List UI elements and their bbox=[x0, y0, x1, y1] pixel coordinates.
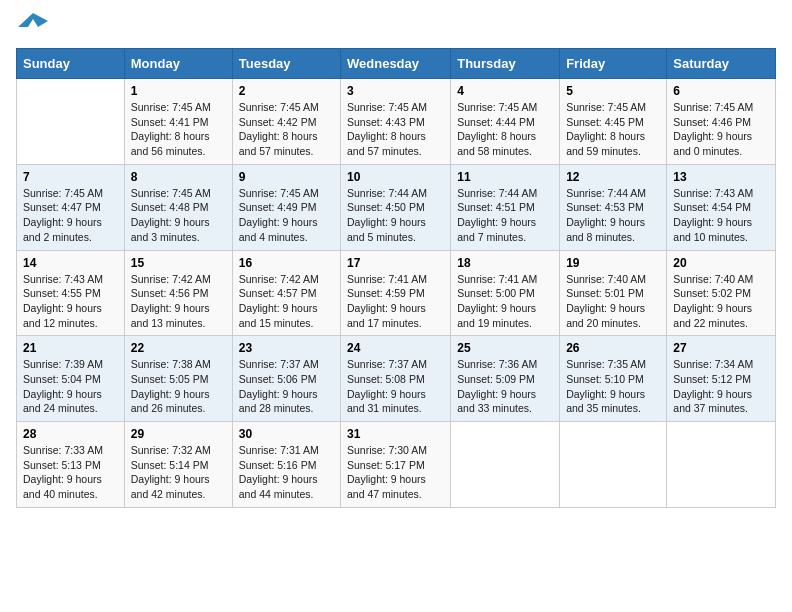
cell-content: Sunrise: 7:36 AM Sunset: 5:09 PM Dayligh… bbox=[457, 357, 553, 416]
calendar-cell: 24Sunrise: 7:37 AM Sunset: 5:08 PM Dayli… bbox=[341, 336, 451, 422]
day-number: 27 bbox=[673, 341, 769, 355]
calendar-cell: 23Sunrise: 7:37 AM Sunset: 5:06 PM Dayli… bbox=[232, 336, 340, 422]
day-number: 2 bbox=[239, 84, 334, 98]
cell-content: Sunrise: 7:35 AM Sunset: 5:10 PM Dayligh… bbox=[566, 357, 660, 416]
day-number: 26 bbox=[566, 341, 660, 355]
day-number: 25 bbox=[457, 341, 553, 355]
calendar-cell bbox=[667, 422, 776, 508]
cell-content: Sunrise: 7:45 AM Sunset: 4:45 PM Dayligh… bbox=[566, 100, 660, 159]
cell-content: Sunrise: 7:42 AM Sunset: 4:57 PM Dayligh… bbox=[239, 272, 334, 331]
day-number: 30 bbox=[239, 427, 334, 441]
column-header-thursday: Thursday bbox=[451, 49, 560, 79]
cell-content: Sunrise: 7:32 AM Sunset: 5:14 PM Dayligh… bbox=[131, 443, 226, 502]
cell-content: Sunrise: 7:43 AM Sunset: 4:54 PM Dayligh… bbox=[673, 186, 769, 245]
cell-content: Sunrise: 7:31 AM Sunset: 5:16 PM Dayligh… bbox=[239, 443, 334, 502]
cell-content: Sunrise: 7:42 AM Sunset: 4:56 PM Dayligh… bbox=[131, 272, 226, 331]
cell-content: Sunrise: 7:45 AM Sunset: 4:44 PM Dayligh… bbox=[457, 100, 553, 159]
cell-content: Sunrise: 7:44 AM Sunset: 4:51 PM Dayligh… bbox=[457, 186, 553, 245]
day-number: 14 bbox=[23, 256, 118, 270]
cell-content: Sunrise: 7:30 AM Sunset: 5:17 PM Dayligh… bbox=[347, 443, 444, 502]
cell-content: Sunrise: 7:45 AM Sunset: 4:42 PM Dayligh… bbox=[239, 100, 334, 159]
calendar-cell: 3Sunrise: 7:45 AM Sunset: 4:43 PM Daylig… bbox=[341, 79, 451, 165]
calendar-cell: 11Sunrise: 7:44 AM Sunset: 4:51 PM Dayli… bbox=[451, 164, 560, 250]
cell-content: Sunrise: 7:45 AM Sunset: 4:48 PM Dayligh… bbox=[131, 186, 226, 245]
calendar-cell bbox=[451, 422, 560, 508]
day-number: 10 bbox=[347, 170, 444, 184]
cell-content: Sunrise: 7:43 AM Sunset: 4:55 PM Dayligh… bbox=[23, 272, 118, 331]
day-number: 28 bbox=[23, 427, 118, 441]
cell-content: Sunrise: 7:45 AM Sunset: 4:47 PM Dayligh… bbox=[23, 186, 118, 245]
day-number: 18 bbox=[457, 256, 553, 270]
calendar-cell: 4Sunrise: 7:45 AM Sunset: 4:44 PM Daylig… bbox=[451, 79, 560, 165]
calendar-table: SundayMondayTuesdayWednesdayThursdayFrid… bbox=[16, 48, 776, 508]
page-header bbox=[16, 16, 776, 38]
calendar-cell: 31Sunrise: 7:30 AM Sunset: 5:17 PM Dayli… bbox=[341, 422, 451, 508]
calendar-cell: 7Sunrise: 7:45 AM Sunset: 4:47 PM Daylig… bbox=[17, 164, 125, 250]
cell-content: Sunrise: 7:45 AM Sunset: 4:49 PM Dayligh… bbox=[239, 186, 334, 245]
calendar-cell: 5Sunrise: 7:45 AM Sunset: 4:45 PM Daylig… bbox=[560, 79, 667, 165]
calendar-cell: 14Sunrise: 7:43 AM Sunset: 4:55 PM Dayli… bbox=[17, 250, 125, 336]
week-row-1: 1Sunrise: 7:45 AM Sunset: 4:41 PM Daylig… bbox=[17, 79, 776, 165]
cell-content: Sunrise: 7:38 AM Sunset: 5:05 PM Dayligh… bbox=[131, 357, 226, 416]
day-number: 4 bbox=[457, 84, 553, 98]
svg-marker-0 bbox=[18, 13, 48, 27]
day-number: 31 bbox=[347, 427, 444, 441]
day-number: 5 bbox=[566, 84, 660, 98]
column-header-tuesday: Tuesday bbox=[232, 49, 340, 79]
day-number: 24 bbox=[347, 341, 444, 355]
calendar-cell bbox=[17, 79, 125, 165]
calendar-cell: 13Sunrise: 7:43 AM Sunset: 4:54 PM Dayli… bbox=[667, 164, 776, 250]
day-number: 11 bbox=[457, 170, 553, 184]
cell-content: Sunrise: 7:41 AM Sunset: 5:00 PM Dayligh… bbox=[457, 272, 553, 331]
cell-content: Sunrise: 7:34 AM Sunset: 5:12 PM Dayligh… bbox=[673, 357, 769, 416]
cell-content: Sunrise: 7:40 AM Sunset: 5:02 PM Dayligh… bbox=[673, 272, 769, 331]
calendar-cell: 6Sunrise: 7:45 AM Sunset: 4:46 PM Daylig… bbox=[667, 79, 776, 165]
calendar-cell: 18Sunrise: 7:41 AM Sunset: 5:00 PM Dayli… bbox=[451, 250, 560, 336]
column-header-friday: Friday bbox=[560, 49, 667, 79]
day-number: 22 bbox=[131, 341, 226, 355]
calendar-cell bbox=[560, 422, 667, 508]
day-number: 29 bbox=[131, 427, 226, 441]
calendar-cell: 20Sunrise: 7:40 AM Sunset: 5:02 PM Dayli… bbox=[667, 250, 776, 336]
cell-content: Sunrise: 7:41 AM Sunset: 4:59 PM Dayligh… bbox=[347, 272, 444, 331]
day-number: 3 bbox=[347, 84, 444, 98]
calendar-cell: 8Sunrise: 7:45 AM Sunset: 4:48 PM Daylig… bbox=[124, 164, 232, 250]
cell-content: Sunrise: 7:40 AM Sunset: 5:01 PM Dayligh… bbox=[566, 272, 660, 331]
day-number: 7 bbox=[23, 170, 118, 184]
calendar-cell: 27Sunrise: 7:34 AM Sunset: 5:12 PM Dayli… bbox=[667, 336, 776, 422]
calendar-cell: 2Sunrise: 7:45 AM Sunset: 4:42 PM Daylig… bbox=[232, 79, 340, 165]
cell-content: Sunrise: 7:39 AM Sunset: 5:04 PM Dayligh… bbox=[23, 357, 118, 416]
column-header-wednesday: Wednesday bbox=[341, 49, 451, 79]
logo-bird-icon bbox=[18, 13, 48, 31]
calendar-cell: 29Sunrise: 7:32 AM Sunset: 5:14 PM Dayli… bbox=[124, 422, 232, 508]
day-number: 23 bbox=[239, 341, 334, 355]
cell-content: Sunrise: 7:33 AM Sunset: 5:13 PM Dayligh… bbox=[23, 443, 118, 502]
cell-content: Sunrise: 7:45 AM Sunset: 4:41 PM Dayligh… bbox=[131, 100, 226, 159]
calendar-cell: 17Sunrise: 7:41 AM Sunset: 4:59 PM Dayli… bbox=[341, 250, 451, 336]
calendar-cell: 1Sunrise: 7:45 AM Sunset: 4:41 PM Daylig… bbox=[124, 79, 232, 165]
column-header-sunday: Sunday bbox=[17, 49, 125, 79]
week-row-2: 7Sunrise: 7:45 AM Sunset: 4:47 PM Daylig… bbox=[17, 164, 776, 250]
day-number: 21 bbox=[23, 341, 118, 355]
calendar-header-row: SundayMondayTuesdayWednesdayThursdayFrid… bbox=[17, 49, 776, 79]
day-number: 20 bbox=[673, 256, 769, 270]
calendar-cell: 25Sunrise: 7:36 AM Sunset: 5:09 PM Dayli… bbox=[451, 336, 560, 422]
day-number: 9 bbox=[239, 170, 334, 184]
week-row-4: 21Sunrise: 7:39 AM Sunset: 5:04 PM Dayli… bbox=[17, 336, 776, 422]
calendar-cell: 16Sunrise: 7:42 AM Sunset: 4:57 PM Dayli… bbox=[232, 250, 340, 336]
calendar-cell: 22Sunrise: 7:38 AM Sunset: 5:05 PM Dayli… bbox=[124, 336, 232, 422]
cell-content: Sunrise: 7:37 AM Sunset: 5:08 PM Dayligh… bbox=[347, 357, 444, 416]
day-number: 8 bbox=[131, 170, 226, 184]
calendar-cell: 21Sunrise: 7:39 AM Sunset: 5:04 PM Dayli… bbox=[17, 336, 125, 422]
cell-content: Sunrise: 7:44 AM Sunset: 4:50 PM Dayligh… bbox=[347, 186, 444, 245]
cell-content: Sunrise: 7:45 AM Sunset: 4:43 PM Dayligh… bbox=[347, 100, 444, 159]
day-number: 16 bbox=[239, 256, 334, 270]
week-row-5: 28Sunrise: 7:33 AM Sunset: 5:13 PM Dayli… bbox=[17, 422, 776, 508]
cell-content: Sunrise: 7:44 AM Sunset: 4:53 PM Dayligh… bbox=[566, 186, 660, 245]
day-number: 13 bbox=[673, 170, 769, 184]
calendar-cell: 30Sunrise: 7:31 AM Sunset: 5:16 PM Dayli… bbox=[232, 422, 340, 508]
calendar-cell: 26Sunrise: 7:35 AM Sunset: 5:10 PM Dayli… bbox=[560, 336, 667, 422]
day-number: 12 bbox=[566, 170, 660, 184]
week-row-3: 14Sunrise: 7:43 AM Sunset: 4:55 PM Dayli… bbox=[17, 250, 776, 336]
cell-content: Sunrise: 7:45 AM Sunset: 4:46 PM Dayligh… bbox=[673, 100, 769, 159]
